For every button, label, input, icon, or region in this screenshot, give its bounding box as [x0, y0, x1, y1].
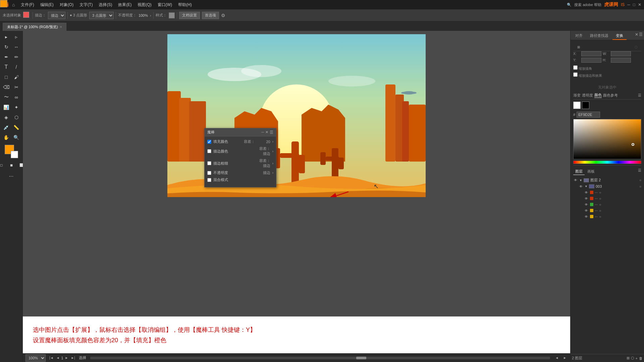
warp-tool[interactable]: 〜 — [2, 93, 11, 102]
pencil-tool[interactable]: ✏ — [12, 52, 21, 62]
tab-pathfinder[interactable]: 路径查找器 — [587, 32, 612, 40]
dot-2-visibility[interactable]: 👁 — [584, 196, 589, 201]
menu-window[interactable]: 窗口(W) — [155, 1, 175, 8]
stroke-width-expand-button[interactable]: › — [272, 162, 273, 165]
sublayer-003-name[interactable]: 003 — [596, 184, 638, 188]
panel-options-button[interactable]: ☰ — [270, 130, 273, 135]
column-graph-tool[interactable]: 📊 — [2, 103, 11, 112]
menu-edit[interactable]: 编辑(E) — [38, 1, 56, 8]
menu-file[interactable]: 文件(F) — [18, 1, 37, 8]
zoom-select[interactable]: 100% — [25, 354, 46, 362]
page-number[interactable]: 1 — [61, 356, 63, 360]
paintbrush-tool[interactable]: 🖌 — [12, 72, 21, 82]
hex-input[interactable] — [577, 112, 600, 118]
dot-4-visibility[interactable]: 👁 — [584, 208, 589, 213]
menu-text[interactable]: 文字(T) — [77, 1, 95, 8]
black-swatch[interactable] — [582, 102, 589, 109]
dot-3-link[interactable]: ○ — [599, 203, 601, 206]
hand-tool[interactable]: ✋ — [2, 133, 11, 142]
color-tab-transparency[interactable]: 透明度 — [582, 93, 593, 98]
doc-settings-button[interactable]: 文档设置 — [179, 12, 200, 19]
panel-close-button[interactable]: ✕ — [265, 130, 268, 135]
h-input[interactable] — [611, 58, 631, 63]
selection-tool[interactable]: ▸ — [2, 32, 11, 42]
rotate-tool[interactable]: ↻ — [2, 42, 11, 52]
white-swatch[interactable] — [573, 102, 581, 109]
layer-2-expand[interactable]: ▼ — [579, 179, 582, 182]
y-input[interactable] — [581, 58, 601, 63]
home-icon[interactable]: ⌂ — [12, 2, 15, 7]
canvas-wrapper[interactable]: 魔棒 ─ ✕ ☰ 填充颜色 容差： — [23, 31, 570, 316]
blend-tool[interactable]: ∞ — [12, 93, 21, 102]
line-tool[interactable]: / — [12, 62, 21, 72]
blend-mode-checkbox[interactable] — [207, 178, 211, 182]
fill-color-swatch[interactable] — [0, 0, 7, 7]
scroll-left-button[interactable]: ◄ — [554, 356, 559, 360]
layers-tab-layers[interactable]: 图层 — [573, 168, 585, 175]
color-tab-gradient[interactable]: 渐变 — [573, 93, 581, 98]
panel-close-right[interactable]: ✕ — [635, 32, 638, 40]
eraser-tool[interactable]: ⌫ — [2, 82, 11, 92]
preferences-button[interactable]: 首选项 — [202, 12, 219, 19]
new-layer-button[interactable]: + — [636, 356, 638, 360]
window-minimize[interactable]: ─ — [627, 2, 630, 7]
align-icon[interactable]: ⬡ — [633, 44, 639, 50]
rectangle-tool[interactable]: □ — [2, 72, 11, 82]
perspective-tool[interactable]: ⬡ — [12, 113, 21, 122]
measure-tool[interactable]: 📏 — [12, 123, 21, 132]
opacity-checkbox[interactable] — [207, 171, 211, 175]
dot-4-link[interactable]: ○ — [599, 209, 601, 213]
delete-layer-button[interactable]: 🗑 — [639, 356, 643, 360]
scale-tool[interactable]: ↔ — [12, 42, 21, 52]
settings-icon[interactable]: ⚙ — [221, 13, 225, 18]
panel-minimize-button[interactable]: ─ — [261, 130, 264, 135]
dot-1-link[interactable]: ○ — [599, 191, 601, 194]
direct-selection-tool[interactable]: ▹ — [12, 32, 21, 42]
opacity-expand-button[interactable]: › — [272, 171, 273, 175]
dot-2-link[interactable]: ○ — [599, 197, 601, 200]
background-color[interactable] — [11, 151, 18, 158]
dot-5-visibility[interactable]: 👁 — [584, 214, 589, 219]
menu-view[interactable]: 视图(Q) — [135, 1, 154, 8]
more-tools[interactable]: ··· — [7, 172, 16, 181]
mask-mode-icon[interactable]: ◼ — [7, 160, 16, 170]
pen-tool[interactable]: ✒ — [2, 52, 11, 62]
normal-mode-icon[interactable]: ◻ — [0, 160, 6, 170]
stroke-color-checkbox[interactable] — [207, 149, 211, 153]
type-tool[interactable]: T — [2, 62, 11, 72]
constrain-checkbox[interactable] — [573, 65, 578, 70]
scroll-right-button[interactable]: ► — [562, 356, 568, 360]
stroke-expand-button[interactable]: › — [272, 149, 273, 153]
dot-3-visibility[interactable]: 👁 — [584, 202, 589, 207]
horizontal-scrollbar[interactable] — [90, 357, 550, 359]
tab-align[interactable]: 对齐 — [572, 32, 586, 40]
x-input[interactable] — [581, 51, 601, 56]
layer-2-visibility[interactable]: 👁 — [573, 178, 578, 183]
fill-expand-button[interactable]: › — [272, 140, 273, 143]
prev-page-button[interactable]: ◄ — [55, 356, 61, 360]
menu-effect[interactable]: 效果(E) — [115, 1, 134, 8]
grid-icon[interactable]: ⊞ — [576, 44, 581, 50]
shape-builder-tool[interactable]: ◈ — [2, 113, 11, 122]
symbol-tool[interactable]: ✦ — [12, 103, 21, 112]
layers-menu-icon[interactable]: ☰ — [638, 168, 641, 175]
hue-bar[interactable] — [573, 161, 641, 164]
scrollbar-thumb[interactable] — [356, 357, 366, 359]
brush-select[interactable]: 描边 — [48, 12, 65, 19]
eyedropper-tool[interactable]: 💉 — [2, 123, 11, 132]
sublayer-003-visibility[interactable]: 👁 — [579, 184, 583, 189]
color-tab-reference[interactable]: 颜色参考 — [603, 93, 618, 98]
scissors-tool[interactable]: ✂ — [12, 82, 21, 92]
first-page-button[interactable]: |◄ — [48, 356, 55, 360]
add-artboard-button[interactable]: ⊞ — [627, 356, 630, 360]
dot-5-link[interactable]: ○ — [599, 215, 601, 219]
layer-2-link[interactable]: ○ — [639, 178, 641, 182]
fill-color-checkbox[interactable] — [207, 140, 211, 144]
search-label[interactable]: 搜索 adobe 帮助 — [574, 2, 601, 7]
sublayer-003-expand[interactable]: ▼ — [585, 185, 588, 188]
menu-object[interactable]: 对象(O) — [57, 1, 76, 8]
style-swatch[interactable] — [169, 12, 175, 18]
zoom-tool[interactable]: 🔍 — [12, 133, 21, 142]
point-select[interactable]: 3 点圆形 — [89, 12, 114, 19]
stroke-width-checkbox[interactable] — [207, 161, 211, 165]
